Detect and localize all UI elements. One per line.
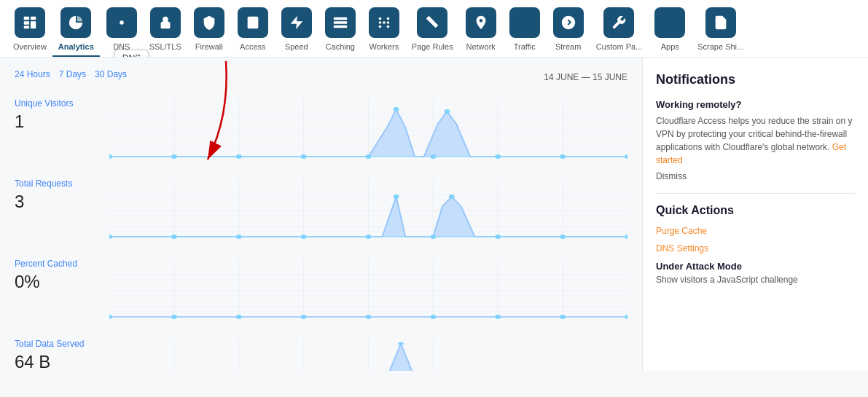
- nav-label-stream: Stream: [555, 42, 581, 51]
- svg-point-69: [171, 235, 177, 239]
- nav-item-custom-pages[interactable]: Custom Pa...: [590, 0, 649, 57]
- quick-link-purge-cache[interactable]: Purge Cache: [656, 226, 855, 236]
- svg-point-92: [301, 315, 307, 319]
- divider: [656, 193, 855, 194]
- nav-label-overview: Overview: [13, 42, 47, 51]
- chart-percent-cached: Percent Cached 0%: [15, 259, 627, 324]
- time-btn-24h[interactable]: 24 Hours: [15, 69, 50, 79]
- chart-label-percent-cached: Percent Cached 0%: [15, 259, 109, 292]
- nav-label-workers: Workers: [369, 42, 399, 51]
- nav-item-scrape[interactable]: Scrape Shi...: [692, 0, 749, 57]
- svg-rect-1: [24, 21, 29, 25]
- caching-icon: [325, 7, 356, 38]
- apps-icon: [654, 7, 685, 38]
- svg-point-48: [366, 154, 372, 159]
- nav-item-caching[interactable]: Caching: [318, 0, 362, 57]
- chart-label-unique-visitors: Unique Visitors 1: [15, 98, 109, 132]
- nav-item-analytics[interactable]: Analytics: [52, 0, 100, 57]
- under-attack-mode: Under Attack Mode: [656, 261, 855, 272]
- metric-value-percent-cached: 0%: [15, 272, 109, 292]
- metric-value-total-data: 64 B: [15, 352, 109, 371]
- notification-card: Working remotely? Cloudflare Access help…: [656, 99, 855, 181]
- svg-point-72: [366, 235, 372, 239]
- workers-icon: [369, 7, 399, 38]
- svg-point-15: [378, 21, 381, 24]
- left-panel: 24 Hours 7 Days 30 Days 14 JUNE — 15 JUN…: [0, 58, 642, 371]
- svg-rect-3: [31, 17, 36, 20]
- time-btn-30d[interactable]: 30 Days: [95, 69, 127, 79]
- svg-rect-6: [160, 22, 170, 28]
- top-navigation: Overview Analytics DNS DNS SSL/TLS Firew…: [0, 0, 868, 58]
- nav-label-speed: Speed: [285, 42, 308, 51]
- access-icon: [238, 7, 268, 38]
- chart-label-total-requests: Total Requests 3: [15, 178, 109, 212]
- notif-body-text: Cloudflare Access helps you reduce the s…: [656, 116, 852, 152]
- svg-point-19: [386, 17, 389, 20]
- speed-icon: [281, 7, 312, 38]
- nav-item-page-rules[interactable]: Page Rules: [406, 0, 459, 57]
- nav-label-ssl: SSL/TLS: [149, 42, 181, 51]
- metric-name-unique-visitors: Unique Visitors: [15, 98, 109, 109]
- dismiss-button[interactable]: Dismiss: [656, 171, 687, 181]
- metric-value-total-requests: 3: [15, 192, 109, 212]
- svg-rect-4: [31, 21, 36, 28]
- nav-item-speed[interactable]: Speed: [275, 0, 318, 57]
- svg-point-71: [301, 235, 307, 239]
- svg-point-78: [625, 235, 627, 239]
- svg-point-44: [109, 154, 112, 159]
- nav-item-apps[interactable]: Apps: [648, 0, 692, 57]
- dns-tooltip: DNS: [114, 50, 149, 58]
- nav-item-dns[interactable]: DNS DNS: [100, 0, 144, 57]
- chart-label-total-data: Total Data Served 64 B: [15, 339, 109, 371]
- nav-item-traffic[interactable]: Traffic: [503, 0, 547, 57]
- nav-label-firewall: Firewall: [195, 42, 223, 51]
- svg-point-18: [378, 17, 381, 20]
- time-btn-7d[interactable]: 7 Days: [59, 69, 86, 79]
- nav-item-firewall[interactable]: Firewall: [187, 0, 231, 57]
- nav-item-network[interactable]: Network: [459, 0, 503, 57]
- scrape-icon: [705, 7, 736, 38]
- firewall-icon: [194, 7, 224, 38]
- nav-label-access: Access: [240, 42, 265, 51]
- svg-point-96: [560, 315, 566, 319]
- nav-label-apps: Apps: [661, 42, 679, 51]
- svg-point-5: [120, 20, 124, 25]
- nav-label-scrape: Scrape Shi...: [697, 42, 743, 51]
- nav-item-workers[interactable]: Workers: [362, 0, 406, 57]
- svg-point-53: [560, 154, 566, 159]
- svg-point-91: [236, 315, 242, 319]
- svg-point-46: [236, 154, 242, 159]
- svg-point-21: [386, 25, 389, 28]
- svg-point-97: [625, 315, 627, 319]
- svg-rect-13: [334, 21, 347, 24]
- svg-point-49: [394, 107, 399, 111]
- nav-item-stream[interactable]: Stream: [547, 0, 590, 57]
- analytics-icon: [60, 7, 91, 38]
- svg-point-109: [398, 342, 404, 345]
- svg-point-74: [431, 235, 437, 239]
- chart-area-total-data: [109, 339, 627, 371]
- svg-marker-42: [424, 111, 470, 157]
- svg-rect-2: [24, 26, 29, 29]
- svg-point-45: [171, 154, 177, 159]
- nav-item-access[interactable]: Access: [231, 0, 275, 57]
- svg-point-94: [431, 315, 437, 319]
- chart-total-requests: Total Requests 3: [15, 178, 627, 244]
- notif-body: Cloudflare Access helps you reduce the s…: [656, 114, 855, 167]
- svg-point-73: [394, 194, 399, 199]
- chart-area-total-requests: [109, 178, 627, 244]
- metric-name-total-data: Total Data Served: [15, 339, 109, 349]
- stream-icon: [553, 7, 584, 38]
- quick-link-dns-settings[interactable]: DNS Settings: [656, 243, 855, 253]
- ssl-icon: [150, 7, 181, 38]
- quick-actions-title: Quick Actions: [656, 204, 855, 217]
- svg-point-51: [445, 109, 450, 114]
- chart-area-percent-cached: [109, 259, 627, 324]
- svg-point-50: [431, 154, 437, 159]
- chart-total-data: Total Data Served 64 B: [15, 339, 627, 371]
- metric-name-total-requests: Total Requests: [15, 178, 109, 189]
- nav-item-ssl[interactable]: SSL/TLS: [144, 0, 187, 57]
- nav-item-overview[interactable]: Overview: [7, 0, 52, 57]
- svg-point-95: [495, 315, 501, 319]
- dns-icon: [106, 7, 137, 38]
